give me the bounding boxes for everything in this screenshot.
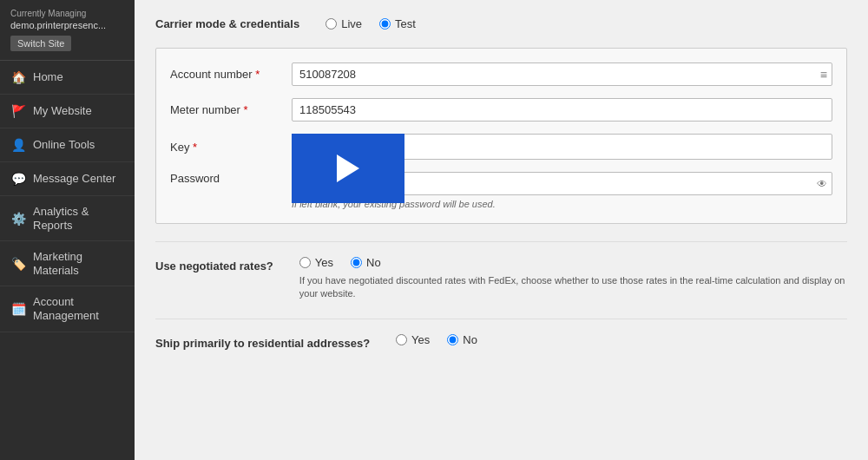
sidebar-nav: 🏠 Home 🚩 My Website 👤 Online Tools 💬 Mes… — [0, 61, 135, 460]
negotiated-rates-label: Use negotiated rates? — [155, 256, 273, 273]
negotiated-rates-radios: Yes No — [299, 256, 847, 269]
sidebar-item-message-center[interactable]: 💬 Message Center — [0, 162, 135, 196]
meter-number-label: Meter number * — [170, 103, 283, 116]
switch-site-button[interactable]: Switch Site — [10, 36, 71, 51]
ship-residential-label: Ship primarily to residential addresses? — [155, 333, 370, 350]
ship-no-radio[interactable] — [447, 334, 458, 345]
account-number-wrapper: ≡ — [292, 62, 832, 86]
eye-icon: 👁 — [817, 178, 827, 190]
key-required: * — [193, 141, 197, 154]
message-icon: 💬 — [10, 171, 26, 187]
sidebar-item-label: Home — [33, 70, 63, 84]
ship-yes-option[interactable]: Yes — [396, 333, 430, 346]
negotiated-yes-radio[interactable] — [299, 257, 311, 268]
test-radio-option[interactable]: Test — [379, 17, 416, 30]
meter-number-row: Meter number * — [170, 98, 832, 122]
ship-residential-content: Yes No — [396, 333, 847, 352]
sidebar-item-account-management[interactable]: 🗓️ Account Management — [0, 286, 135, 332]
test-label: Test — [395, 17, 416, 30]
divider-2 — [155, 319, 847, 319]
meter-number-input[interactable] — [292, 98, 832, 122]
negotiated-no-option[interactable]: No — [351, 256, 381, 269]
video-overlay[interactable] — [292, 134, 404, 203]
key-field-container — [292, 134, 832, 160]
ship-no-option[interactable]: No — [447, 333, 477, 346]
managing-label: Currently Managing — [10, 9, 124, 18]
flag-icon: 🚩 — [10, 103, 26, 119]
tools-icon: 👤 — [10, 137, 26, 153]
list-icon: ≡ — [820, 68, 827, 82]
key-row: Key * — [170, 134, 832, 160]
password-row: Password 👁 If left blank, your existing … — [170, 172, 832, 209]
negotiated-rates-section: Use negotiated rates? Yes No If you have… — [155, 256, 847, 301]
sidebar-item-label: Account Management — [33, 295, 124, 322]
sidebar-item-marketing-materials[interactable]: 🏷️ Marketing Materials — [0, 241, 135, 286]
carrier-mode-label: Carrier mode & credentials — [155, 17, 299, 30]
negotiated-no-radio[interactable] — [351, 257, 362, 268]
marketing-icon: 🏷️ — [10, 256, 26, 272]
sidebar-header: Currently Managing demo.printerpresenc..… — [0, 0, 135, 61]
negotiated-yes-label: Yes — [315, 256, 333, 269]
ship-no-label: No — [463, 333, 477, 346]
analytics-icon: ⚙️ — [10, 211, 26, 227]
ship-residential-radios: Yes No — [396, 333, 847, 346]
negotiated-rates-description: If you have negotiated discounted rates … — [299, 274, 847, 301]
carrier-mode-section: Carrier mode & credentials Live Test — [155, 17, 847, 30]
negotiated-rates-content: Yes No If you have negotiated discounted… — [299, 256, 847, 301]
meter-number-required: * — [244, 103, 248, 116]
divider-1 — [155, 241, 847, 242]
sidebar-item-home[interactable]: 🏠 Home — [0, 61, 135, 95]
sidebar-item-my-website[interactable]: 🚩 My Website — [0, 95, 135, 128]
account-number-label: Account number * — [170, 68, 283, 81]
account-number-row: Account number * ≡ — [170, 62, 832, 86]
ship-yes-radio[interactable] — [396, 334, 407, 345]
password-label: Password — [170, 172, 283, 185]
sidebar-item-label: My Website — [33, 104, 92, 118]
sidebar-item-analytics-reports[interactable]: ⚙️ Analytics & Reports — [0, 196, 135, 241]
sidebar: Currently Managing demo.printerpresenc..… — [0, 0, 135, 460]
test-radio[interactable] — [379, 18, 391, 30]
play-icon — [337, 154, 359, 182]
sidebar-item-online-tools[interactable]: 👤 Online Tools — [0, 128, 135, 162]
main-content: Carrier mode & credentials Live Test Acc… — [135, 0, 868, 460]
ship-residential-section: Ship primarily to residential addresses?… — [155, 333, 847, 352]
meter-number-wrapper — [292, 98, 832, 122]
domain-label: demo.printerpresenc... — [10, 20, 124, 30]
ship-yes-label: Yes — [411, 333, 430, 346]
carrier-mode-radio-group: Live Test — [326, 17, 416, 30]
account-icon: 🗓️ — [10, 301, 26, 317]
key-label: Key * — [170, 141, 283, 154]
sidebar-item-label: Message Center — [33, 172, 115, 186]
account-number-input[interactable] — [292, 62, 832, 86]
credentials-box: Account number * ≡ Meter number * Key * — [155, 48, 847, 224]
sidebar-item-label: Online Tools — [33, 138, 95, 152]
sidebar-item-label: Analytics & Reports — [33, 205, 124, 232]
negotiated-no-label: No — [366, 256, 381, 269]
negotiated-yes-option[interactable]: Yes — [299, 256, 333, 269]
live-radio-option[interactable]: Live — [326, 17, 362, 30]
live-label: Live — [341, 17, 362, 30]
account-number-required: * — [255, 68, 260, 81]
sidebar-item-label: Marketing Materials — [33, 250, 124, 277]
live-radio[interactable] — [326, 18, 337, 30]
home-icon: 🏠 — [10, 69, 26, 85]
